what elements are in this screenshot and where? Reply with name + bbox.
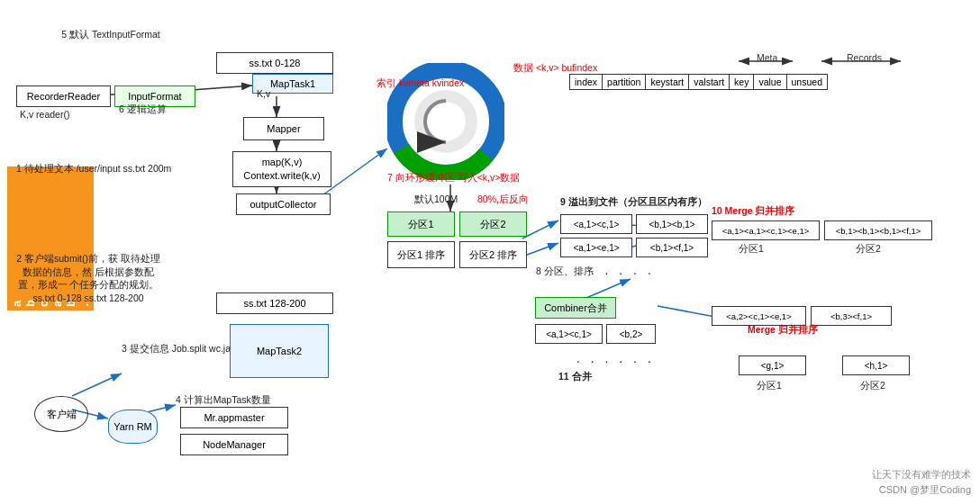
records-label: Records (847, 52, 882, 63)
spill-b1f1-box: <b,1><f,1> (636, 238, 708, 257)
final-h1-box: <h,1> (842, 356, 910, 375)
b3f1-box: <b,3><f,1> (811, 306, 892, 326)
label-combine: 11 合并 (558, 371, 592, 383)
meta-label: Meta (757, 52, 777, 63)
label-write: 7 向环形缓冲区 写入<k,v>数据 (387, 171, 520, 184)
spill-a1e1-box: <a,1><e,1> (560, 238, 632, 257)
watermark-line2: CSDN @梦里Coding (872, 482, 971, 498)
merge-b1b1f1-box: <b,1><b,1><b,1><f,1> (824, 220, 932, 240)
diagram: abcab… 5 默认 TextInputFormat ss.txt 0-128… (0, 0, 980, 504)
svg-line-17 (72, 374, 122, 396)
dots1: . . . . . . (576, 263, 655, 277)
spill-a1c1-box: <a,1><c,1> (560, 214, 632, 234)
kv-label: K,v (257, 88, 270, 99)
label-index: 索引 kvmeta kvindex (377, 76, 464, 90)
partition2-box: 分区2 (459, 212, 527, 237)
meta-records-table: index partition keystart valstart key va… (569, 74, 828, 90)
combiner-box: Combiner合并 (535, 297, 616, 319)
partition2-label-merge: 分区2 (856, 243, 881, 256)
label-logic: 6 逻辑运算 (119, 104, 167, 116)
col-index: index (570, 75, 603, 90)
maptask2-box: MapTask2 (230, 324, 329, 378)
merge-a1c1e1-box: <a,1><a,1><c,1><e,1> (712, 220, 820, 240)
label-data: 数据 <k,v> bufindex (513, 61, 597, 75)
map-context-box: map(K,v) Context.write(k,v) (232, 151, 331, 187)
partition1-label-merge: 分区1 (739, 243, 764, 256)
spill-b1b1-box: <b,1><b,1> (636, 214, 708, 234)
label-merge2: Merge 归并排序 (748, 324, 818, 337)
svg-line-12 (522, 220, 558, 238)
ss-txt-128-box: ss.txt 128-200 (216, 292, 333, 314)
watermark: 让天下没有难学的技术 CSDN @梦里Coding (872, 467, 971, 497)
small-b2-box: <b,2> (606, 324, 656, 344)
label-spill: 9 溢出到文件（分区且区内有序） (560, 196, 707, 209)
svg-line-13 (522, 243, 558, 256)
label-default-input: 5 默认 TextInputFormat (61, 29, 160, 41)
final-g1-box: <g,1> (739, 356, 806, 375)
mapper-box: Mapper (243, 117, 324, 140)
col-key: key (730, 75, 754, 90)
label-reader: K,v reader() (20, 108, 69, 122)
svg-line-6 (192, 86, 252, 90)
label-80pct: 80%,后反向 (477, 194, 529, 206)
col-value: value (754, 75, 786, 90)
col-unsued: unsued (786, 75, 827, 90)
label-calc-maptask: 4 计算出MapTask数量 (176, 394, 271, 407)
final-p1-label: 分区1 (757, 380, 782, 392)
watermark-line1: 让天下没有难学的技术 (872, 467, 971, 482)
ss-txt-box: ss.txt 0-128 (216, 52, 333, 74)
final-p2-label: 分区2 (860, 380, 885, 392)
a2c1e1-box: <a,2><c,1><e,1> (712, 306, 806, 326)
col-keystart: keystart (646, 75, 689, 90)
col-valstart: valstart (689, 75, 730, 90)
output-collector-box: outputCollector (236, 194, 331, 215)
col-partition: partition (603, 75, 646, 90)
nodemanager-box: NodeManager (180, 434, 288, 455)
dots2: . . . . . . (576, 351, 655, 365)
small-a1c1-box: <a,1><c,1> (535, 324, 603, 344)
label-pending-text: 1 待处理文本 /user/input ss.txt 200m (16, 162, 171, 176)
label-100m: 默认100M (414, 194, 458, 206)
partition2-sort-box: 分区2 排序 (459, 241, 527, 268)
partition1-sort-box: 分区1 排序 (387, 241, 455, 268)
label-client-submit: 2 客户端submit()前，获 取待处理数据的信息，然 后根据参数配置，形成一… (16, 252, 160, 305)
yarn-rm-box: Yarn RM (108, 410, 158, 444)
recorderreader-box: RecorderReader (16, 86, 111, 107)
label-merge: 10 Merge 归并排序 (712, 205, 794, 218)
mr-appmaster-box: Mr.appmaster (180, 407, 288, 428)
partition1-box: 分区1 (387, 212, 455, 237)
client-box: 客户端 (34, 396, 88, 432)
